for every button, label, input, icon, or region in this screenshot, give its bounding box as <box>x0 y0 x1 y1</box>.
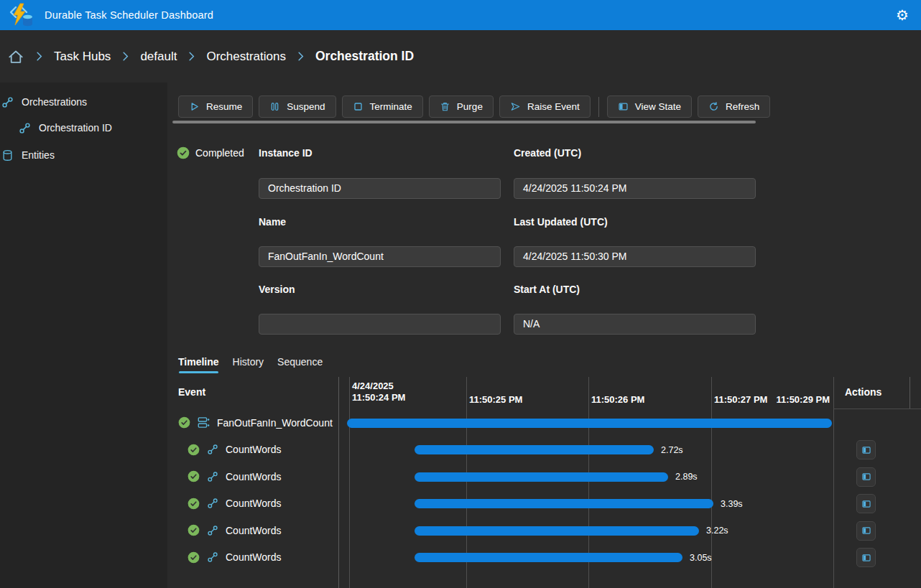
time-axis: 4/24/202511:50:24 PM11:50:25 PM11:50:26 … <box>338 377 833 409</box>
tab-timeline[interactable]: Timeline <box>178 356 219 372</box>
app-title: Durable Task Scheduler Dashboard <box>45 9 213 21</box>
chevron-right-icon <box>186 51 197 62</box>
toolbar-separator <box>598 97 599 117</box>
refresh-button[interactable]: Refresh <box>698 95 770 118</box>
time-tick-label: 11:50:25 PM <box>469 394 522 405</box>
top-bar: Durable Task Scheduler Dashboard ⚙ <box>0 0 921 30</box>
chevron-right-icon <box>34 51 45 62</box>
link-icon <box>1 96 14 108</box>
view-state-action-button[interactable] <box>856 521 876 541</box>
start-at-label: Start At (UTC) <box>514 284 756 295</box>
timeline-bar <box>347 419 832 428</box>
timeline-row-activity: CountWords <box>178 544 338 571</box>
breadcrumb-default[interactable]: default <box>140 50 177 64</box>
view-state-action-button[interactable] <box>856 494 876 513</box>
play-icon <box>189 101 200 112</box>
toolbar-scrollbar[interactable] <box>172 121 756 123</box>
timeline-row-activity: CountWords <box>178 437 338 464</box>
timeline-header: Event 4/24/202511:50:24 PM11:50:25 PM11:… <box>167 377 921 409</box>
completed-check-icon <box>178 416 190 429</box>
database-icon <box>1 149 14 162</box>
last-updated-label: Last Updated (UTC) <box>514 216 756 228</box>
created-field[interactable]: 4/24/2025 11:50:24 PM <box>514 178 756 199</box>
resume-button[interactable]: Resume <box>178 95 253 118</box>
version-field[interactable] <box>259 314 501 335</box>
activity-link-icon <box>207 525 218 536</box>
view-state-action-button[interactable] <box>856 548 876 567</box>
view-state-action-button[interactable] <box>856 440 876 459</box>
event-name: CountWords <box>226 444 282 455</box>
completed-check-icon <box>188 498 200 510</box>
raise-event-button[interactable]: Raise Event <box>499 95 591 118</box>
tab-history[interactable]: History <box>233 356 264 372</box>
event-column-header: Event <box>178 386 205 398</box>
send-icon <box>510 101 521 112</box>
breadcrumb-task-hubs[interactable]: Task Hubs <box>54 50 111 64</box>
duration-label: 2.89s <box>675 471 698 482</box>
timeline-bar <box>415 445 654 454</box>
timeline-row-activity: CountWords <box>178 490 338 518</box>
sidebar-item-orchestration-id[interactable]: Orchestration ID <box>19 121 112 135</box>
completed-check-icon <box>188 551 200 564</box>
stop-icon <box>353 101 364 112</box>
instance-id-label: Instance ID <box>259 147 501 159</box>
completed-check-icon <box>177 146 190 159</box>
timeline-bar <box>415 526 699 536</box>
breadcrumb: Task Hubs default Orchestrations Orchest… <box>0 30 921 83</box>
completed-check-icon <box>188 470 200 482</box>
activity-link-icon <box>207 444 218 455</box>
activity-link-icon <box>207 551 218 563</box>
created-label: Created (UTC) <box>514 147 756 159</box>
status-badge: Completed <box>177 146 244 159</box>
breadcrumb-orchestrations[interactable]: Orchestrations <box>206 50 286 64</box>
instance-id-field[interactable]: Orchestration ID <box>259 178 501 199</box>
time-tick-label: 11:50:27 PM <box>714 394 767 405</box>
sidebar-item-entities[interactable]: Entities <box>1 148 55 162</box>
breadcrumb-current: Orchestration ID <box>315 49 414 64</box>
event-name: CountWords <box>226 551 282 563</box>
name-field[interactable]: FanOutFanIn_WordCount <box>259 246 501 267</box>
timeline-row-activity: CountWords <box>178 517 338 544</box>
time-tick-label: 11:50:29 PM <box>777 394 830 405</box>
event-name: CountWords <box>226 471 282 482</box>
chevron-right-icon <box>295 51 306 62</box>
terminate-button[interactable]: Terminate <box>342 95 423 118</box>
timeline-row-activity: CountWords <box>178 463 338 490</box>
timeline-row-orchestration: FanOutFanIn_WordCount <box>178 409 338 437</box>
last-updated-field[interactable]: 4/24/2025 11:50:30 PM <box>514 246 756 267</box>
event-name: CountWords <box>226 498 282 509</box>
event-rows: FanOutFanIn_WordCount CountWords CountWo… <box>178 409 338 571</box>
actions-column <box>833 409 910 588</box>
split-view-icon <box>618 101 629 112</box>
event-name: FanOutFanIn_WordCount <box>217 417 333 429</box>
timeline-body: FanOutFanIn_WordCount CountWords CountWo… <box>167 409 921 588</box>
suspend-button[interactable]: Suspend <box>259 95 335 118</box>
sidebar-item-label: Orchestrations <box>22 96 87 108</box>
orchestration-icon <box>198 416 210 429</box>
start-at-field[interactable]: N/A <box>514 314 756 335</box>
split-view-icon <box>861 445 871 455</box>
view-state-action-button[interactable] <box>856 467 876 487</box>
sidebar-item-orchestrations[interactable]: Orchestrations <box>1 95 87 109</box>
app-window: Durable Task Scheduler Dashboard ⚙ Task … <box>0 0 921 588</box>
split-view-icon <box>861 553 871 563</box>
settings-gear-icon[interactable]: ⚙ <box>894 6 911 24</box>
purge-button[interactable]: Purge <box>429 95 494 118</box>
actions-column-header: Actions <box>845 386 881 398</box>
pause-icon <box>269 101 280 112</box>
version-label: Version <box>259 284 501 295</box>
sidebar: Orchestrations Orchestration ID Entities <box>0 83 167 588</box>
time-tick-label: 4/24/202511:50:24 PM <box>352 381 405 403</box>
completed-check-icon <box>188 444 200 456</box>
view-state-button[interactable]: View State <box>607 95 692 118</box>
home-icon[interactable] <box>7 48 24 65</box>
name-label: Name <box>259 216 501 228</box>
duration-label: 2.72s <box>661 444 683 456</box>
split-view-icon <box>861 472 871 482</box>
duration-label: 3.22s <box>706 525 728 536</box>
status-label: Completed <box>195 147 244 159</box>
trash-icon <box>440 101 450 112</box>
tab-sequence[interactable]: Sequence <box>277 356 323 372</box>
timeline-bars: 2.72s2.89s3.39s3.22s3.05s <box>338 409 833 588</box>
event-name: CountWords <box>226 525 282 536</box>
